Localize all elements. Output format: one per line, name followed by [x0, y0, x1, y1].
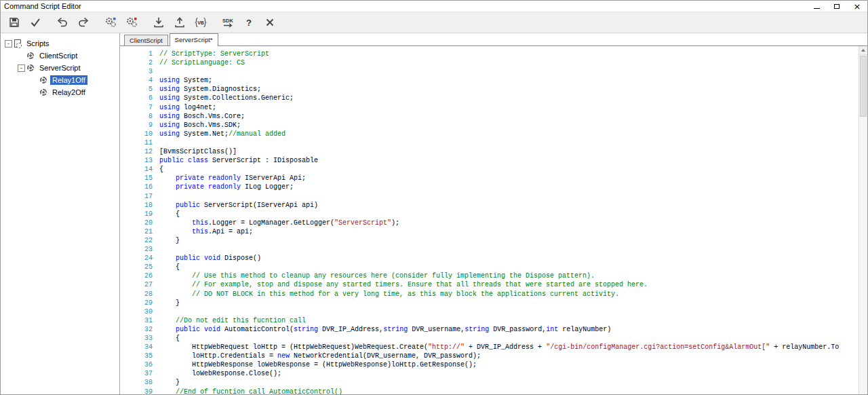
minimize-button[interactable] — [806, 1, 827, 12]
code-text: //End of fucntion call AutomaticControl(… — [155, 388, 342, 394]
line-number: 38 — [120, 378, 155, 387]
code-line: 30 — [120, 307, 867, 316]
code-text: } — [155, 299, 180, 307]
line-number: 8 — [120, 112, 155, 121]
code-text: //Do not edit this fucntion call — [155, 316, 306, 325]
help-button[interactable]: ? — [239, 14, 258, 31]
code-text: using Bosch.Vms.Core; — [155, 112, 245, 121]
restore-button[interactable] — [827, 1, 847, 12]
tree-item-relay2off[interactable]: Relay2Off — [1, 86, 119, 98]
sdk-icon: SDK — [220, 16, 235, 29]
code-text: using Bosch.Vms.SDK; — [155, 121, 241, 130]
line-number: 23 — [120, 245, 155, 254]
code-text: public void AutomaticControl(string DVR_… — [155, 325, 611, 334]
line-number: 15 — [120, 174, 155, 183]
code-text: } — [155, 378, 180, 387]
export-button[interactable] — [170, 14, 189, 31]
tab-strip: ClientScriptServerScript* — [120, 33, 867, 45]
tab-clientscript[interactable]: ClientScript — [124, 35, 168, 45]
import-button[interactable] — [149, 14, 168, 31]
collapse-icon[interactable]: - — [5, 40, 12, 48]
tree-item-scripts[interactable]: -Scripts — [1, 37, 119, 50]
script-tree: -ScriptsClientScript-ServerScriptRelay1O… — [1, 33, 120, 394]
tree-item-label: Relay2Off — [50, 88, 87, 97]
code-text: HttpWebResponse loWebResponse = (HttpWeb… — [155, 360, 477, 369]
tree-item-label: Relay1Off — [50, 75, 87, 85]
line-number: 20 — [120, 219, 155, 227]
tab-serverscript[interactable]: ServerScript* — [170, 33, 218, 45]
tree-item-clientscript[interactable]: ClientScript — [1, 50, 119, 62]
undo-icon — [56, 16, 68, 29]
tree-item-serverscript[interactable]: -ServerScript — [1, 62, 119, 74]
code-line: 35 loHttp.Credentials = new NetworkCrede… — [120, 352, 867, 360]
code-text: // For example, stop and dispose any sta… — [155, 280, 648, 289]
validate-script-button[interactable] — [26, 14, 45, 31]
code-text — [155, 67, 159, 76]
code-text: using System.Collections.Generic; — [155, 94, 294, 102]
tree-item-label: Scripts — [24, 39, 52, 48]
code-line: 16 private readonly ILog Logger; — [120, 183, 867, 191]
line-number: 29 — [120, 299, 155, 307]
code-line: 18 public ServerScript(IServerApi api) — [120, 201, 867, 210]
script-gear-icon — [40, 89, 47, 96]
code-line: 25 { — [120, 263, 867, 271]
line-number: 31 — [120, 316, 155, 325]
scroll-thumb[interactable] — [860, 56, 867, 117]
line-number: 11 — [120, 138, 155, 147]
line-number: 17 — [120, 192, 155, 201]
server-script-button[interactable] — [122, 14, 141, 31]
line-number: 24 — [120, 254, 155, 263]
code-line: 5using System.Diagnostics; — [120, 85, 867, 94]
script-gear-icon — [27, 64, 34, 71]
code-line: 22 } — [120, 236, 867, 245]
code-line: 10using System.Net;//manual added — [120, 130, 867, 138]
line-number: 33 — [120, 334, 155, 343]
line-number: 30 — [120, 307, 155, 316]
code-text: [BvmsScriptClass()] — [155, 147, 237, 156]
line-number: 13 — [120, 156, 155, 165]
code-editor[interactable]: 1// ScriptType: ServerScript2// ScriptLa… — [120, 45, 867, 394]
line-number: 22 — [120, 236, 155, 245]
code-line: 11 — [120, 138, 867, 147]
code-line: 12[BvmsScriptClass()] — [120, 147, 867, 156]
collapse-icon[interactable]: - — [18, 64, 25, 72]
code-lines[interactable]: 1// ScriptType: ServerScript2// ScriptLa… — [120, 46, 867, 394]
line-number: 16 — [120, 183, 155, 191]
toolbar: VB SDK ? — [1, 12, 867, 33]
vb-braces-icon: VB — [194, 16, 208, 29]
vb-label: VB — [197, 20, 204, 25]
save-button[interactable] — [5, 14, 24, 31]
client-script-button[interactable] — [101, 14, 120, 31]
vertical-scrollbar[interactable] — [859, 46, 867, 394]
undo-button[interactable] — [53, 14, 72, 31]
restore-icon — [834, 4, 840, 9]
code-text: using System; — [155, 76, 212, 85]
code-text: { — [155, 334, 180, 343]
line-number: 25 — [120, 263, 155, 271]
code-line: 20 this.Logger = LogManager.GetLogger("S… — [120, 219, 867, 227]
code-text: loWebResponse.Close(); — [155, 369, 281, 378]
code-line: 37 loWebResponse.Close(); — [120, 369, 867, 378]
code-line: 17 — [120, 192, 867, 201]
line-number: 28 — [120, 290, 155, 299]
code-text: { — [155, 210, 180, 219]
code-text: loHttp.Credentials = new NetworkCredenti… — [155, 352, 481, 360]
line-number: 39 — [120, 388, 155, 394]
code-line: 27 // For example, stop and dispose any … — [120, 280, 867, 289]
code-text: this.Api = api; — [155, 227, 253, 236]
sdk-button[interactable]: SDK — [218, 14, 237, 31]
code-text: using System.Diagnostics; — [155, 85, 261, 94]
scroll-up-icon[interactable] — [859, 46, 867, 55]
close-button[interactable]: × — [847, 1, 867, 12]
line-number: 35 — [120, 352, 155, 360]
tree-item-label: ClientScript — [37, 51, 79, 60]
line-number: 10 — [120, 130, 155, 138]
tree-item-relay1off[interactable]: Relay1Off — [1, 74, 119, 86]
delete-button[interactable] — [260, 14, 279, 31]
redo-button[interactable] — [74, 14, 93, 31]
convert-vb-button[interactable]: VB — [191, 14, 210, 31]
redo-icon — [77, 16, 90, 29]
code-text: // DO NOT BLOCK in this method for a ver… — [155, 290, 619, 299]
line-number: 5 — [120, 85, 155, 94]
import-arrow-icon — [153, 16, 165, 29]
